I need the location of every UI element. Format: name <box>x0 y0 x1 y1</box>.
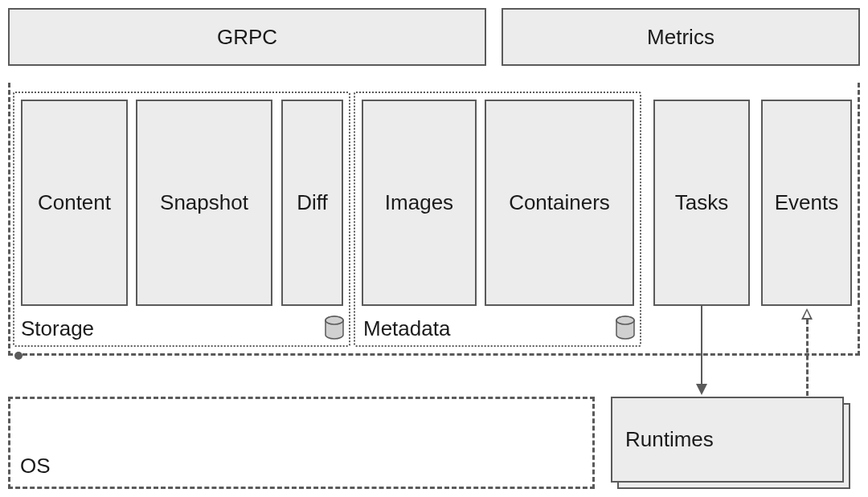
database-icon <box>615 316 636 340</box>
events-label: Events <box>775 190 839 215</box>
tasks-to-runtimes-arrow <box>701 306 702 386</box>
images-box: Images <box>362 100 477 306</box>
content-label: Content <box>38 190 111 215</box>
connector-dot-icon <box>14 352 23 360</box>
runtimes-to-events-arrow <box>806 320 809 396</box>
database-icon <box>324 316 345 340</box>
grpc-label: GRPC <box>217 25 277 50</box>
os-label: OS <box>20 454 51 479</box>
events-box: Events <box>761 100 852 306</box>
tasks-box: Tasks <box>653 100 750 306</box>
svg-point-1 <box>326 316 343 324</box>
diff-box: Diff <box>281 100 343 306</box>
diff-label: Diff <box>297 190 328 215</box>
runtimes-label: Runtimes <box>625 427 714 452</box>
metrics-label: Metrics <box>647 25 714 50</box>
runtimes-box: Runtimes <box>611 397 844 483</box>
snapshot-box: Snapshot <box>136 100 272 306</box>
tasks-label: Tasks <box>675 190 728 215</box>
snapshot-label: Snapshot <box>160 190 248 215</box>
containers-box: Containers <box>485 100 634 306</box>
arrow-head-down-icon <box>696 384 707 395</box>
containers-label: Containers <box>509 190 610 215</box>
svg-point-3 <box>616 316 634 324</box>
os-box: OS <box>8 397 595 489</box>
storage-label: Storage <box>21 316 94 341</box>
metadata-label: Metadata <box>363 316 450 341</box>
metrics-box: Metrics <box>502 8 860 66</box>
grpc-box: GRPC <box>8 8 486 66</box>
content-box: Content <box>21 100 128 306</box>
images-label: Images <box>385 190 453 215</box>
